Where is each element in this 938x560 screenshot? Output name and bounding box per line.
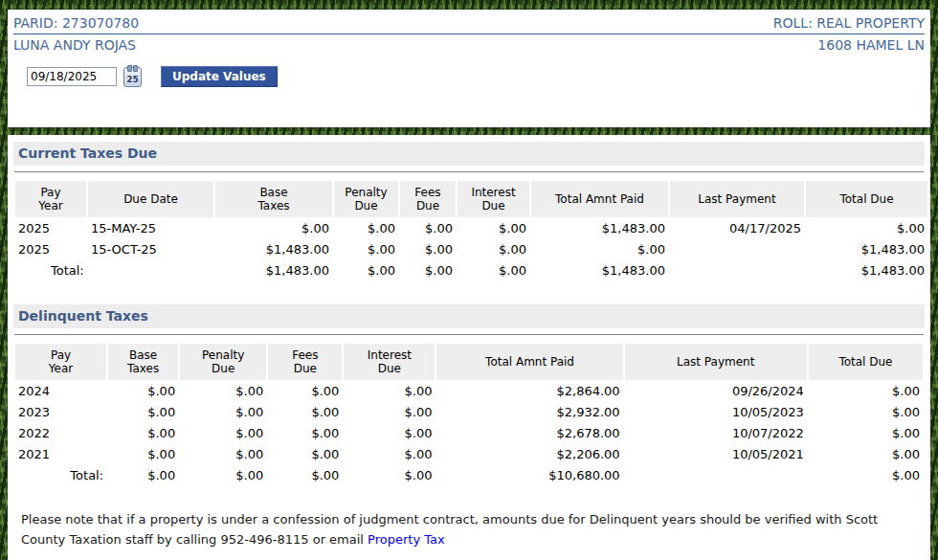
table-cell: $.00 <box>344 443 435 464</box>
delinquent-note: Please note that if a property is under … <box>21 509 925 549</box>
table-cell: 2025 <box>15 238 86 259</box>
column-header: Total Amnt Paid <box>531 181 668 217</box>
table-cell: $.00 <box>806 217 927 238</box>
total-label: Total: <box>15 464 106 485</box>
owner-address-row: LUNA ANDY ROJAS 1608 HAMEL LN <box>13 34 925 53</box>
table-cell: 10/07/2022 <box>625 422 807 443</box>
table-cell: $.00 <box>809 422 923 443</box>
date-form: 25 Update Values <box>27 66 925 87</box>
column-header: Last Payment <box>625 344 807 380</box>
table-cell: $.00 <box>180 401 266 422</box>
column-header: Penalty Due <box>334 181 398 217</box>
section-divider <box>14 334 924 335</box>
table-cell: $.00 <box>268 422 342 443</box>
table-cell: $.00 <box>180 380 266 401</box>
column-header: Fees Due <box>268 344 342 380</box>
table-cell: $.00 <box>108 380 178 401</box>
table-row: 2021$.00$.00$.00$.00$2,206.0010/05/2021$… <box>15 443 923 464</box>
current-taxes-table: Pay YearDue DateBase TaxesPenalty DueFee… <box>13 181 929 280</box>
current-taxes-section-title: Current Taxes Due <box>13 142 925 166</box>
column-header: Total Due <box>806 181 927 217</box>
table-cell: $.00 <box>180 464 266 485</box>
column-header: Total Amnt Paid <box>436 344 622 380</box>
property-address: 1608 HAMEL LN <box>817 37 925 53</box>
table-cell <box>625 464 807 485</box>
column-header: Due Date <box>88 181 213 217</box>
table-cell: $.00 <box>344 464 435 485</box>
update-values-button[interactable]: Update Values <box>161 66 278 87</box>
table-cell: $.00 <box>334 238 398 259</box>
calendar-icon[interactable]: 25 <box>123 67 142 87</box>
table-cell: $.00 <box>809 443 923 464</box>
date-input[interactable] <box>27 67 117 86</box>
table-cell: $.00 <box>809 464 923 485</box>
table-row: 202515-OCT-25$1,483.00$.00$.00$.00$.00$1… <box>15 238 927 259</box>
delinquent-taxes-header-row: Pay YearBase TaxesPenalty DueFees DueInt… <box>15 344 923 380</box>
total-row: Total:$.00$.00$.00$.00$10,680.00$.00 <box>15 464 923 485</box>
table-cell: $.00 <box>344 401 435 422</box>
table-cell: 15-MAY-25 <box>88 217 213 238</box>
table-cell: 15-OCT-25 <box>88 238 213 259</box>
table-cell: $.00 <box>180 443 266 464</box>
table-cell: $1,483.00 <box>215 238 332 259</box>
table-cell: 09/26/2024 <box>625 380 807 401</box>
table-cell: $.00 <box>458 217 529 238</box>
table-cell: $.00 <box>400 217 456 238</box>
table-cell: $1,483.00 <box>531 259 668 280</box>
table-cell: $2,932.00 <box>436 401 622 422</box>
table-cell: 2025 <box>15 217 86 238</box>
column-header: Pay Year <box>15 344 106 380</box>
table-cell: $10,680.00 <box>436 464 622 485</box>
table-cell: $.00 <box>268 443 342 464</box>
table-cell: $.00 <box>400 238 456 259</box>
table-cell: $1,483.00 <box>531 217 668 238</box>
delinquent-taxes-table: Pay YearBase TaxesPenalty DueFees DueInt… <box>13 344 925 485</box>
table-cell: $2,206.00 <box>436 443 622 464</box>
table-cell: $.00 <box>809 401 923 422</box>
note-text: Please note that if a property is under … <box>21 512 878 547</box>
column-header: Interest Due <box>458 181 529 217</box>
table-cell: 2022 <box>15 422 106 443</box>
table-cell: $1,483.00 <box>806 259 927 280</box>
table-cell: $1,483.00 <box>806 238 927 259</box>
table-cell: 10/05/2023 <box>625 401 807 422</box>
column-header: Last Payment <box>670 181 804 217</box>
table-cell: 10/05/2021 <box>625 443 807 464</box>
column-header: Total Due <box>809 344 923 380</box>
roll-label: ROLL: REAL PROPERTY <box>773 15 925 31</box>
delinquent-taxes-section-title: Delinquent Taxes <box>13 304 925 328</box>
table-cell: $.00 <box>215 217 332 238</box>
table-cell: $2,864.00 <box>436 380 622 401</box>
table-cell: $1,483.00 <box>215 259 332 280</box>
total-label: Total: <box>15 259 213 280</box>
spacer <box>13 485 925 509</box>
current-taxes-header-row: Pay YearDue DateBase TaxesPenalty DueFee… <box>15 181 927 217</box>
table-cell: $.00 <box>108 464 178 485</box>
spacer <box>13 280 925 304</box>
table-cell: $.00 <box>268 464 342 485</box>
table-cell: $.00 <box>334 217 398 238</box>
table-cell: $.00 <box>400 259 456 280</box>
column-header: Base Taxes <box>215 181 332 217</box>
table-cell: $2,678.00 <box>436 422 622 443</box>
section-divider <box>14 171 924 172</box>
background-divider <box>0 127 938 135</box>
table-row: 2024$.00$.00$.00$.00$2,864.0009/26/2024$… <box>15 380 923 401</box>
table-cell: $.00 <box>268 380 342 401</box>
column-header: Penalty Due <box>180 344 266 380</box>
table-cell: $.00 <box>809 380 923 401</box>
table-cell: $.00 <box>108 422 178 443</box>
table-cell <box>670 259 804 280</box>
table-cell <box>670 238 804 259</box>
table-cell: 2021 <box>15 443 106 464</box>
parid-roll-row: PARID: 273070780 ROLL: REAL PROPERTY <box>13 14 925 34</box>
table-cell: 04/17/2025 <box>670 217 804 238</box>
table-cell: $.00 <box>344 380 435 401</box>
owner-name: LUNA ANDY ROJAS <box>13 37 136 53</box>
table-cell: $.00 <box>108 443 178 464</box>
table-cell: $.00 <box>344 422 435 443</box>
table-row: 2022$.00$.00$.00$.00$2,678.0010/07/2022$… <box>15 422 923 443</box>
property-tax-link[interactable]: Property Tax <box>368 532 445 547</box>
table-cell: $.00 <box>334 259 398 280</box>
table-cell: $.00 <box>458 238 529 259</box>
